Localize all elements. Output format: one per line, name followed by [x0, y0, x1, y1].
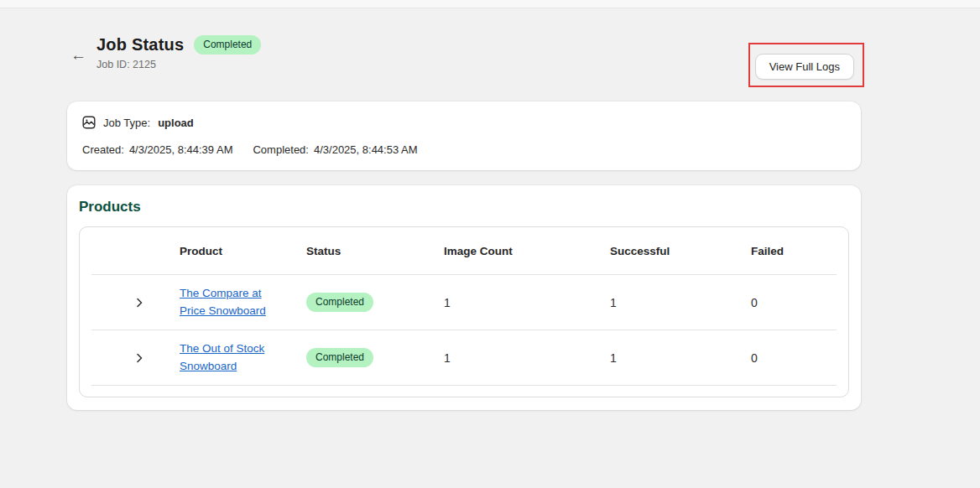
failed-value: 0: [751, 296, 837, 309]
products-heading: Products: [79, 199, 849, 215]
chevron-right-icon: [133, 352, 145, 364]
job-status-badge: Completed: [194, 35, 261, 54]
title-block: Job Status Completed Job ID: 2125: [96, 35, 261, 70]
image-count-value: 1: [444, 351, 610, 365]
table-row: The Out of Stock Snowboard Completed 1 1…: [91, 330, 837, 386]
table-header-row: Product Status Image Count Successful Fa…: [91, 227, 837, 275]
image-count-value: 1: [444, 296, 610, 309]
expand-row-button[interactable]: [130, 349, 149, 367]
job-type-label: Job Type:: [103, 117, 150, 129]
completed-value: 4/3/2025, 8:44:53 AM: [314, 143, 418, 156]
successful-value: 1: [610, 296, 751, 309]
column-successful: Successful: [610, 245, 751, 257]
job-info-card: Job Type: upload Created: 4/3/2025, 8:44…: [67, 101, 861, 170]
completed-label: Completed:: [253, 143, 308, 156]
table-row: The Compare at Price Snowboard Completed…: [91, 275, 837, 330]
arrow-left-icon: ←: [70, 46, 86, 64]
created-label: Created:: [82, 143, 124, 156]
status-badge: Completed: [306, 348, 373, 366]
page-header: ← Job Status Completed Job ID: 2125 View…: [67, 35, 861, 80]
column-image-count: Image Count: [444, 245, 610, 257]
column-product: Product: [180, 245, 306, 257]
view-full-logs-button[interactable]: View Full Logs: [755, 54, 854, 80]
chevron-right-icon: [133, 297, 145, 309]
successful-value: 1: [610, 351, 751, 365]
view-full-logs-wrap: View Full Logs: [755, 54, 854, 80]
page-title: Job Status: [96, 35, 184, 55]
failed-value: 0: [751, 351, 837, 365]
column-failed: Failed: [751, 245, 837, 257]
product-link[interactable]: The Compare at Price Snowboard: [180, 285, 274, 319]
job-status-page: ← Job Status Completed Job ID: 2125 View…: [67, 35, 861, 410]
job-id-label: Job ID: 2125: [96, 59, 261, 70]
status-badge: Completed: [306, 293, 373, 311]
top-window-strip: [0, 0, 980, 8]
back-button[interactable]: ←: [67, 35, 86, 70]
products-table: Product Status Image Count Successful Fa…: [79, 226, 849, 397]
created-value: 4/3/2025, 8:44:39 AM: [129, 143, 233, 156]
job-type-value: upload: [158, 117, 194, 129]
column-status: Status: [306, 245, 444, 257]
product-link[interactable]: The Out of Stock Snowboard: [180, 340, 274, 375]
expand-row-button[interactable]: [130, 293, 149, 312]
products-card: Products Product Status Image Count Succ…: [67, 185, 861, 410]
image-icon: [82, 116, 96, 129]
